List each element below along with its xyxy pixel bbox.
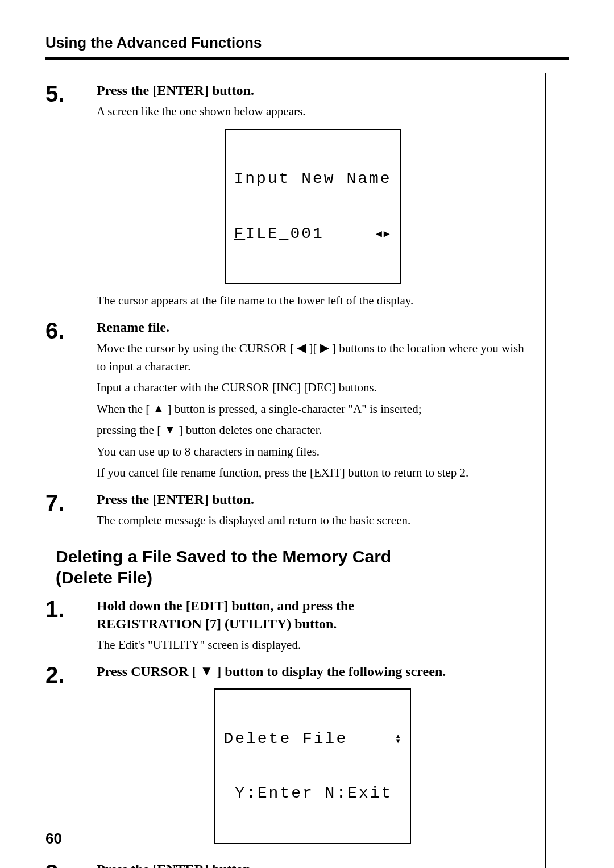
step-a5: 5. Press the [ENTER] button. A screen li… [45,81,529,310]
text-fragment: ][ [306,341,320,355]
lcd-up-down-icon: ▲▼ [396,735,401,744]
step-heading: Press the [ENTER] button. [97,860,529,868]
lcd-line1: Input New Name [234,170,391,188]
step-text: Move the cursor by using the CURSOR [ ◀ … [97,340,529,375]
text-fragment: ] button to display the following screen… [213,664,446,679]
lcd-screen: Input New Name FILE_001◀▶ [225,129,400,285]
subsection-title: Deleting a File Saved to the Memory Card… [56,546,529,589]
step-b1: 1. Hold down the [EDIT] button, and pres… [45,596,529,654]
heading-line2: REGISTRATION [7] (UTILITY) button. [97,616,337,631]
section-rule [45,57,569,60]
step-b2: 2. Press CURSOR [ ▼ ] button to display … [45,662,529,852]
cursor-down-icon: ▼ [164,421,176,439]
step-a7: 7. Press the [ENTER] button. The complet… [45,490,529,530]
step-number: 7. [45,490,97,530]
lcd-left-right-icon: ◀▶ [376,228,392,240]
step-b3: 3. Press the [ENTER] button. A screen li… [45,860,529,868]
step-heading: Press CURSOR [ ▼ ] button to display the… [97,662,529,681]
cursor-right-icon: ▶ [320,339,329,357]
lcd-line1: Delete File [223,730,392,748]
text-fragment: Press CURSOR [ [97,664,200,679]
cursor-down-icon: ▼ [200,662,214,680]
step-heading: Press the [ENTER] button. [97,490,529,508]
step-text: If you cancel file rename function, pres… [97,464,529,482]
step-text: The complete message is displayed and re… [97,512,529,530]
step-heading: Press the [ENTER] button. [97,81,529,99]
step-text: pressing the [ ▼ ] button deletes one ch… [97,422,529,440]
step-text: The cursor appears at the file name to t… [97,292,529,310]
subsection-line2: (Delete File) [56,568,152,587]
step-number: 3. [45,860,97,868]
step-text: Input a character with the CURSOR [INC] … [97,379,529,397]
lcd-cursor-char: F [234,225,245,243]
step-heading: Rename file. [97,318,529,336]
step-a6: 6. Rename file. Move the cursor by using… [45,318,529,482]
step-number: 2. [45,662,97,852]
step-text: You can use up to 8 characters in naming… [97,443,529,461]
main-column: 5. Press the [ENTER] button. A screen li… [45,73,546,868]
content-wrap: 5. Press the [ENTER] button. A screen li… [45,73,569,868]
text-fragment: When the [ [97,402,153,416]
step-text: The Edit's "UTILITY" screen is displayed… [97,636,529,654]
heading-line1: Hold down the [EDIT] button, and press t… [97,598,354,613]
step-heading: Hold down the [EDIT] button, and press t… [97,596,529,633]
cursor-up-icon: ▲ [153,400,165,418]
page-number: 60 [45,830,62,848]
text-fragment: ] button is pressed, a single-character … [164,402,421,416]
text-fragment: Move the cursor by using the CURSOR [ [97,341,297,355]
cursor-left-icon: ◀ [297,339,306,357]
text-fragment: ] button deletes one character. [176,423,322,437]
lcd-screen: Delete File ▲▼ Y:Enter N:Exit [214,688,410,844]
step-number: 6. [45,318,97,482]
step-number: 5. [45,81,97,310]
step-text: A screen like the one shown below appear… [97,103,529,121]
step-number: 1. [45,596,97,654]
text-fragment: pressing the [ [97,423,164,437]
step-text: When the [ ▲ ] button is pressed, a sing… [97,400,529,419]
lcd-line2: Y:Enter N:Exit [223,784,392,803]
lcd-line2-rest: ILE_001 [245,225,324,243]
section-title: Using the Advanced Functions [45,34,569,52]
subsection-line1: Deleting a File Saved to the Memory Card [56,547,391,566]
